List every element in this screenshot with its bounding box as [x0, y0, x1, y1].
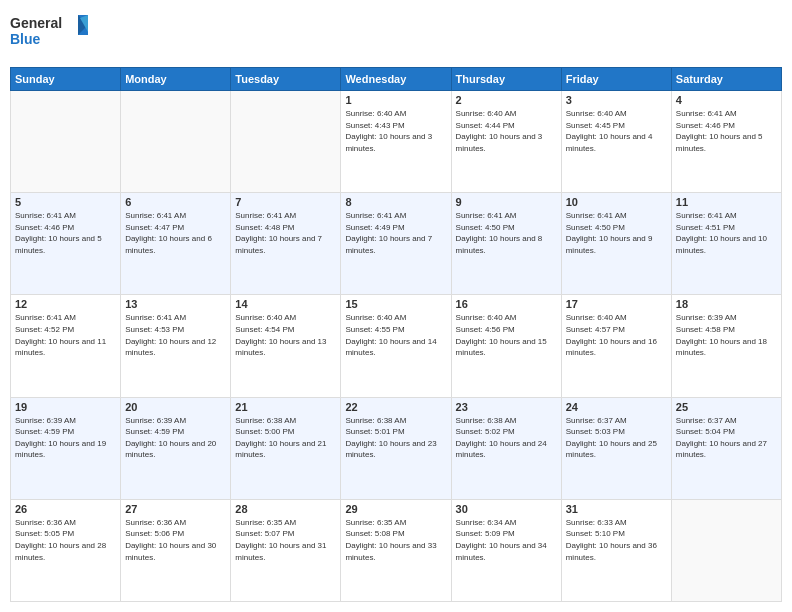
calendar-cell: 8Sunrise: 6:41 AMSunset: 4:49 PMDaylight…	[341, 193, 451, 295]
day-info: Sunrise: 6:40 AMSunset: 4:45 PMDaylight:…	[566, 108, 667, 154]
day-number: 17	[566, 298, 667, 310]
day-number: 21	[235, 401, 336, 413]
calendar-table: SundayMondayTuesdayWednesdayThursdayFrid…	[10, 67, 782, 602]
day-info: Sunrise: 6:35 AMSunset: 5:07 PMDaylight:…	[235, 517, 336, 563]
calendar-cell: 27Sunrise: 6:36 AMSunset: 5:06 PMDayligh…	[121, 499, 231, 601]
day-info: Sunrise: 6:33 AMSunset: 5:10 PMDaylight:…	[566, 517, 667, 563]
day-number: 27	[125, 503, 226, 515]
day-info: Sunrise: 6:40 AMSunset: 4:55 PMDaylight:…	[345, 312, 446, 358]
calendar-cell	[11, 91, 121, 193]
day-number: 7	[235, 196, 336, 208]
day-number: 19	[15, 401, 116, 413]
day-info: Sunrise: 6:41 AMSunset: 4:51 PMDaylight:…	[676, 210, 777, 256]
day-number: 20	[125, 401, 226, 413]
calendar-cell: 28Sunrise: 6:35 AMSunset: 5:07 PMDayligh…	[231, 499, 341, 601]
calendar-cell: 17Sunrise: 6:40 AMSunset: 4:57 PMDayligh…	[561, 295, 671, 397]
calendar-cell: 11Sunrise: 6:41 AMSunset: 4:51 PMDayligh…	[671, 193, 781, 295]
calendar-cell: 21Sunrise: 6:38 AMSunset: 5:00 PMDayligh…	[231, 397, 341, 499]
day-info: Sunrise: 6:41 AMSunset: 4:53 PMDaylight:…	[125, 312, 226, 358]
week-row: 19Sunrise: 6:39 AMSunset: 4:59 PMDayligh…	[11, 397, 782, 499]
calendar-cell: 20Sunrise: 6:39 AMSunset: 4:59 PMDayligh…	[121, 397, 231, 499]
calendar-cell: 3Sunrise: 6:40 AMSunset: 4:45 PMDaylight…	[561, 91, 671, 193]
day-number: 2	[456, 94, 557, 106]
svg-text:Blue: Blue	[10, 31, 41, 47]
calendar-cell: 5Sunrise: 6:41 AMSunset: 4:46 PMDaylight…	[11, 193, 121, 295]
day-number: 3	[566, 94, 667, 106]
day-header-friday: Friday	[561, 68, 671, 91]
day-info: Sunrise: 6:38 AMSunset: 5:01 PMDaylight:…	[345, 415, 446, 461]
day-number: 30	[456, 503, 557, 515]
logo: General Blue	[10, 10, 100, 59]
calendar-cell: 16Sunrise: 6:40 AMSunset: 4:56 PMDayligh…	[451, 295, 561, 397]
calendar-cell	[231, 91, 341, 193]
day-info: Sunrise: 6:39 AMSunset: 4:58 PMDaylight:…	[676, 312, 777, 358]
day-info: Sunrise: 6:40 AMSunset: 4:43 PMDaylight:…	[345, 108, 446, 154]
day-number: 6	[125, 196, 226, 208]
calendar-cell: 31Sunrise: 6:33 AMSunset: 5:10 PMDayligh…	[561, 499, 671, 601]
calendar-cell: 6Sunrise: 6:41 AMSunset: 4:47 PMDaylight…	[121, 193, 231, 295]
day-info: Sunrise: 6:41 AMSunset: 4:48 PMDaylight:…	[235, 210, 336, 256]
calendar-cell: 1Sunrise: 6:40 AMSunset: 4:43 PMDaylight…	[341, 91, 451, 193]
calendar-cell: 15Sunrise: 6:40 AMSunset: 4:55 PMDayligh…	[341, 295, 451, 397]
calendar-cell: 10Sunrise: 6:41 AMSunset: 4:50 PMDayligh…	[561, 193, 671, 295]
calendar-cell: 2Sunrise: 6:40 AMSunset: 4:44 PMDaylight…	[451, 91, 561, 193]
calendar-cell: 24Sunrise: 6:37 AMSunset: 5:03 PMDayligh…	[561, 397, 671, 499]
calendar-cell: 4Sunrise: 6:41 AMSunset: 4:46 PMDaylight…	[671, 91, 781, 193]
day-number: 29	[345, 503, 446, 515]
day-info: Sunrise: 6:41 AMSunset: 4:46 PMDaylight:…	[676, 108, 777, 154]
day-header-sunday: Sunday	[11, 68, 121, 91]
day-info: Sunrise: 6:41 AMSunset: 4:50 PMDaylight:…	[566, 210, 667, 256]
day-info: Sunrise: 6:39 AMSunset: 4:59 PMDaylight:…	[15, 415, 116, 461]
calendar-cell: 26Sunrise: 6:36 AMSunset: 5:05 PMDayligh…	[11, 499, 121, 601]
day-info: Sunrise: 6:40 AMSunset: 4:57 PMDaylight:…	[566, 312, 667, 358]
calendar-cell: 23Sunrise: 6:38 AMSunset: 5:02 PMDayligh…	[451, 397, 561, 499]
calendar-cell: 25Sunrise: 6:37 AMSunset: 5:04 PMDayligh…	[671, 397, 781, 499]
day-number: 31	[566, 503, 667, 515]
calendar-cell: 30Sunrise: 6:34 AMSunset: 5:09 PMDayligh…	[451, 499, 561, 601]
day-info: Sunrise: 6:40 AMSunset: 4:54 PMDaylight:…	[235, 312, 336, 358]
day-header-saturday: Saturday	[671, 68, 781, 91]
logo-text: General Blue	[10, 10, 100, 59]
calendar-cell: 19Sunrise: 6:39 AMSunset: 4:59 PMDayligh…	[11, 397, 121, 499]
calendar-cell	[671, 499, 781, 601]
day-header-wednesday: Wednesday	[341, 68, 451, 91]
day-number: 10	[566, 196, 667, 208]
calendar-cell	[121, 91, 231, 193]
day-info: Sunrise: 6:37 AMSunset: 5:03 PMDaylight:…	[566, 415, 667, 461]
day-number: 22	[345, 401, 446, 413]
day-number: 9	[456, 196, 557, 208]
calendar-cell: 9Sunrise: 6:41 AMSunset: 4:50 PMDaylight…	[451, 193, 561, 295]
day-number: 15	[345, 298, 446, 310]
day-number: 28	[235, 503, 336, 515]
day-info: Sunrise: 6:38 AMSunset: 5:02 PMDaylight:…	[456, 415, 557, 461]
week-row: 1Sunrise: 6:40 AMSunset: 4:43 PMDaylight…	[11, 91, 782, 193]
calendar-cell: 14Sunrise: 6:40 AMSunset: 4:54 PMDayligh…	[231, 295, 341, 397]
day-info: Sunrise: 6:37 AMSunset: 5:04 PMDaylight:…	[676, 415, 777, 461]
day-info: Sunrise: 6:41 AMSunset: 4:52 PMDaylight:…	[15, 312, 116, 358]
week-row: 5Sunrise: 6:41 AMSunset: 4:46 PMDaylight…	[11, 193, 782, 295]
week-row: 26Sunrise: 6:36 AMSunset: 5:05 PMDayligh…	[11, 499, 782, 601]
day-number: 13	[125, 298, 226, 310]
calendar-cell: 22Sunrise: 6:38 AMSunset: 5:01 PMDayligh…	[341, 397, 451, 499]
day-number: 4	[676, 94, 777, 106]
day-number: 16	[456, 298, 557, 310]
day-info: Sunrise: 6:36 AMSunset: 5:05 PMDaylight:…	[15, 517, 116, 563]
calendar-cell: 18Sunrise: 6:39 AMSunset: 4:58 PMDayligh…	[671, 295, 781, 397]
day-info: Sunrise: 6:35 AMSunset: 5:08 PMDaylight:…	[345, 517, 446, 563]
day-header-tuesday: Tuesday	[231, 68, 341, 91]
day-info: Sunrise: 6:41 AMSunset: 4:49 PMDaylight:…	[345, 210, 446, 256]
header: General Blue	[10, 10, 782, 59]
day-info: Sunrise: 6:34 AMSunset: 5:09 PMDaylight:…	[456, 517, 557, 563]
day-number: 25	[676, 401, 777, 413]
week-row: 12Sunrise: 6:41 AMSunset: 4:52 PMDayligh…	[11, 295, 782, 397]
day-info: Sunrise: 6:41 AMSunset: 4:46 PMDaylight:…	[15, 210, 116, 256]
page: General Blue SundayMondayTuesdayWednesda…	[0, 0, 792, 612]
calendar-cell: 13Sunrise: 6:41 AMSunset: 4:53 PMDayligh…	[121, 295, 231, 397]
day-info: Sunrise: 6:41 AMSunset: 4:50 PMDaylight:…	[456, 210, 557, 256]
day-info: Sunrise: 6:40 AMSunset: 4:56 PMDaylight:…	[456, 312, 557, 358]
day-header-monday: Monday	[121, 68, 231, 91]
day-number: 14	[235, 298, 336, 310]
day-info: Sunrise: 6:36 AMSunset: 5:06 PMDaylight:…	[125, 517, 226, 563]
day-info: Sunrise: 6:40 AMSunset: 4:44 PMDaylight:…	[456, 108, 557, 154]
day-info: Sunrise: 6:38 AMSunset: 5:00 PMDaylight:…	[235, 415, 336, 461]
